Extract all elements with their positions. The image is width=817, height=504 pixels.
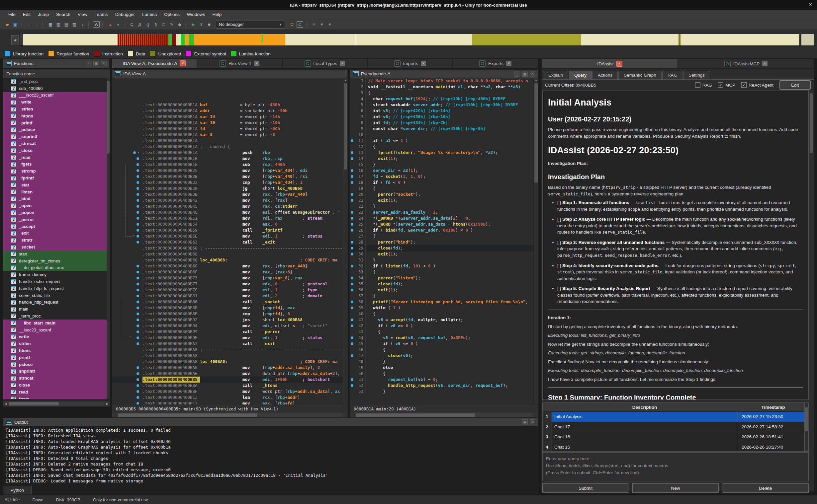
text-format-icon[interactable]: A	[93, 21, 100, 28]
disassembly-line[interactable]: .text:0000000000400B25 mov [rbp+var_434]…	[112, 168, 343, 174]
tab-exports[interactable]: Exports✕	[453, 58, 538, 68]
maximize-icon[interactable]: ▣	[93, 61, 99, 66]
checkbox-icon[interactable]: ✓	[718, 82, 723, 88]
breakpoint-dot-icon[interactable]	[350, 221, 354, 227]
function-list-item[interactable]: frame_dummy	[3, 271, 107, 278]
function-list-item[interactable]: _close	[3, 147, 107, 154]
breakpoint-dot-icon[interactable]	[350, 323, 354, 329]
pseudocode-line[interactable]: 3{	[350, 90, 534, 96]
pseudocode-line[interactable]: 15 }	[350, 162, 534, 168]
disassembly-line[interactable]: .text:0000000000400B39 jg short loc_400B…	[112, 185, 343, 191]
breakpoint-dot-icon[interactable]	[350, 150, 354, 156]
function-list-item[interactable]: __isoc23_sscanf	[3, 326, 107, 333]
functions-panel-titlebar[interactable]: Functions ▫▣✕	[3, 58, 110, 68]
breakpoint-dot-icon[interactable]	[136, 169, 139, 172]
breakpoint-dot-icon[interactable]	[136, 402, 139, 404]
pseudocode-line[interactable]: 25 *(_WORD *)server_addr.sa_data = htons…	[350, 221, 534, 227]
output-titlebar[interactable]: Output ▣✕	[3, 418, 538, 426]
menu-item-debugger[interactable]: Debugger	[111, 11, 138, 18]
breakpoint-dot-icon[interactable]	[136, 181, 139, 184]
breakpoint-dot-icon[interactable]	[136, 390, 139, 393]
tab-close-icon[interactable]: ✕	[180, 60, 186, 66]
pseudocode-line[interactable]: 5 struct sockaddr server_addr; // [rsp+4…	[350, 102, 534, 108]
function-list-item[interactable]: handle_http_ls_request	[3, 285, 107, 292]
breakpoint-dot-icon[interactable]	[350, 353, 354, 359]
disassembly-line[interactable]: .text:0000000000400B1B mov rbp, rsp	[112, 156, 343, 162]
edit-button[interactable]: Edit	[780, 80, 811, 90]
breakpoint-dot-icon[interactable]	[136, 289, 139, 291]
chat-history-row[interactable]: 2Chat 172026-02-27 14:58:32	[543, 422, 808, 432]
disassembly-line[interactable]: .text:0000000000400B54 mov eax, 0	[112, 221, 343, 227]
function-list-item[interactable]: _accept	[3, 223, 107, 230]
disassembly-line[interactable]: .text:0000000000400B6F mov rax, [rax+8]	[112, 269, 343, 275]
disassembly-line[interactable]: .text:0000000000400B1A var_14 = dword pt…	[112, 114, 343, 120]
disassembly-line[interactable]: .text:0000000000400B1A var_8 = qword ptr…	[112, 132, 343, 138]
disassembly-line[interactable]: .text:0000000000400BA8 mov [rbp+addr.sa_…	[112, 365, 343, 371]
menu-item-edit[interactable]: Edit	[19, 11, 34, 18]
disassembly-line[interactable]: .text:0000000000400BAE mov dword ptr [rb…	[112, 371, 343, 377]
subtab-rag[interactable]: RAG	[662, 71, 683, 79]
column-timestamp[interactable]: Timestamp	[738, 403, 808, 411]
chat-history-header[interactable]: Description Timestamp	[543, 403, 808, 412]
function-list-item[interactable]: __do_global_dtors_aux	[3, 264, 107, 271]
navigation-band[interactable]	[20, 34, 800, 46]
breakpoint-dot-icon[interactable]	[136, 241, 139, 244]
pseudocode-line[interactable]: 29 close(fd);	[350, 245, 534, 251]
pseudocode-line[interactable]: 9 const char *serve_dir; // [rsp+438h] […	[350, 126, 534, 132]
submit-button[interactable]: Submit	[542, 483, 629, 493]
function-list-item[interactable]: _printf	[3, 119, 107, 126]
breakpoint-dot-icon[interactable]	[350, 245, 354, 251]
navband-current-position-marker[interactable]	[262, 34, 263, 42]
scroll-up-icon[interactable]: ▲	[343, 78, 348, 83]
minimize-icon[interactable]: ▫	[86, 61, 91, 66]
close-icon[interactable]: ✕	[530, 71, 535, 77]
function-list-item[interactable]: strlen	[3, 340, 107, 347]
tab-imports[interactable]: Imports✕	[367, 58, 453, 68]
breakpoint-dot-icon[interactable]	[350, 138, 354, 144]
function-list-item[interactable]: _perror	[3, 216, 107, 223]
pseudocode-line[interactable]: 52 handle_http_request(v6, serve_dir, re…	[350, 383, 534, 389]
breakpoint-dot-icon[interactable]	[350, 299, 354, 305]
pseudocode-line[interactable]: 44 v5 = read(v6, request_buf, 0x3FFu);	[350, 335, 534, 341]
tab-close-icon[interactable]: ✕	[762, 61, 768, 66]
pseudocode-line[interactable]: 14 exit(1);	[350, 156, 534, 162]
function-list-item[interactable]: __libc_start_main	[3, 320, 107, 326]
pseudocode-line[interactable]: 49 else	[350, 365, 534, 371]
breakpoint-dot-icon[interactable]	[136, 193, 139, 196]
disassembly-line[interactable]: .text:0000000000400B68 mov rax, [rbp+var…	[112, 263, 343, 269]
function-list-item[interactable]: pclose	[3, 361, 107, 368]
disassembly-line[interactable]: .text:0000000000400BC7 mov eax, [rbp+fd]	[112, 400, 343, 404]
stop-process-icon[interactable]: ■	[206, 21, 213, 28]
ida-view-vertical-scrollbar[interactable]: ▲	[343, 78, 348, 404]
structures-icon[interactable]: ▧	[71, 21, 78, 28]
edit-function-icon[interactable]: Д	[136, 21, 143, 28]
pseudocode-line[interactable]: 1// Main server loop: binds TCP socket t…	[350, 78, 534, 84]
disassembly-line[interactable]: .text:0000000000400B32 cmp [rbp+var_434]…	[112, 180, 343, 185]
functions-horizontal-scrollbar[interactable]: ◀ ▶	[3, 401, 110, 406]
breakpoint-dot-icon[interactable]	[136, 307, 139, 309]
scroll-up-icon[interactable]: ▲	[534, 78, 538, 83]
module-list-icon[interactable]: ≡	[318, 21, 326, 28]
function-list-item[interactable]: _popen	[3, 209, 107, 216]
disassembly-line[interactable]: .text:0000000000400BA8 ; ---------------…	[112, 347, 343, 353]
debugger-selector[interactable]: No debugger ▼	[216, 21, 285, 29]
function-list-item[interactable]: htons	[3, 347, 107, 354]
disassembly-line[interactable]: .text:0000000000400B86 call _socket	[112, 299, 343, 305]
pseudocode-line[interactable]: 24 *(_DWORD *)&server_addr.sa_data[2] = …	[350, 215, 534, 221]
function-list-item[interactable]: printf	[3, 354, 107, 361]
quick-c-icon[interactable]: 'C	[288, 21, 295, 28]
graph-view-icon[interactable]: ▦	[47, 21, 54, 28]
collapse-icon[interactable]: ▾	[137, 150, 139, 156]
back-icon[interactable]: ←	[25, 21, 33, 28]
breakpoint-dot-icon[interactable]	[350, 287, 354, 293]
function-list-item[interactable]: close	[3, 382, 107, 389]
breakpoint-dot-icon[interactable]	[136, 223, 139, 226]
pseudocode-line[interactable]: 11 if ( a1 <= 1 )	[350, 138, 534, 144]
pseudocode-line[interactable]: 36 exit(1);	[350, 287, 534, 293]
pseudocode-vertical-scrollbar[interactable]: ▲	[533, 78, 538, 404]
disassembly-line[interactable]: .text:0000000000400B1A addr = sockaddr p…	[112, 108, 343, 114]
pseudocode-line[interactable]: 40 {	[350, 311, 534, 317]
menu-item-file[interactable]: File	[5, 11, 19, 18]
breakpoint-dot-icon[interactable]	[350, 335, 354, 341]
disassembly-line[interactable]: ▾.text:0000000000400B1A push rbp	[112, 150, 343, 156]
